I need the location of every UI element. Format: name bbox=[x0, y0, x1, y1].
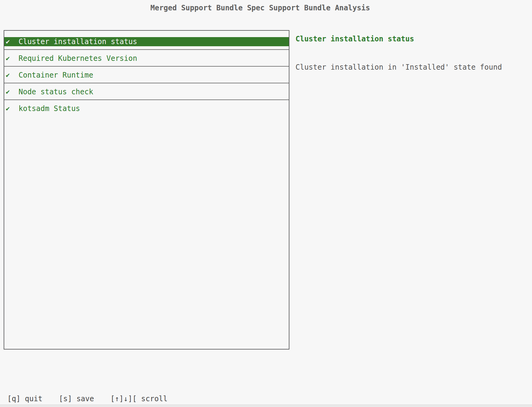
hint-scroll: [↑]↓][ scroll bbox=[110, 394, 168, 403]
analyzer-item-container-runtime[interactable]: ✔ Container Runtime bbox=[4, 67, 289, 83]
analyzer-item-required-kubernetes-version[interactable]: ✔ Required Kubernetes Version bbox=[4, 50, 289, 67]
analyzer-item-label: Cluster installation status bbox=[19, 37, 137, 46]
analyzer-item-cluster-installation-status[interactable]: ✔ Cluster installation status bbox=[4, 33, 289, 50]
terminal-bottom-edge bbox=[0, 405, 532, 407]
analyzer-item-label: Node status check bbox=[19, 88, 93, 96]
page-title: Merged Support Bundle Spec Support Bundl… bbox=[0, 3, 520, 13]
footer-hints: [q] quit [s] save [↑]↓][ scroll bbox=[7, 394, 168, 403]
check-icon: ✔ bbox=[6, 54, 13, 63]
analyzer-item-node-status-check[interactable]: ✔ Node status check bbox=[4, 83, 289, 100]
check-icon: ✔ bbox=[6, 71, 13, 80]
check-icon: ✔ bbox=[6, 87, 13, 96]
detail-heading: Cluster installation status bbox=[295, 34, 414, 44]
hint-quit: [q] quit bbox=[7, 394, 43, 403]
analyzer-item-label: kotsadm Status bbox=[19, 104, 80, 113]
hint-save: [s] save bbox=[59, 394, 94, 403]
analyzer-item-kotsadm-status[interactable]: ✔ kotsadm Status bbox=[4, 100, 289, 117]
selected-row-highlight: ✔ Cluster installation status bbox=[4, 37, 289, 46]
detail-body: Cluster installation in 'Installed' stat… bbox=[295, 63, 502, 72]
check-icon: ✔ bbox=[6, 37, 13, 46]
analyzer-item-label: Required Kubernetes Version bbox=[19, 54, 137, 63]
analyzer-list: ✔ Cluster installation status ✔ Required… bbox=[4, 30, 289, 350]
check-icon: ✔ bbox=[6, 104, 13, 113]
analyzer-item-label: Container Runtime bbox=[19, 71, 93, 79]
